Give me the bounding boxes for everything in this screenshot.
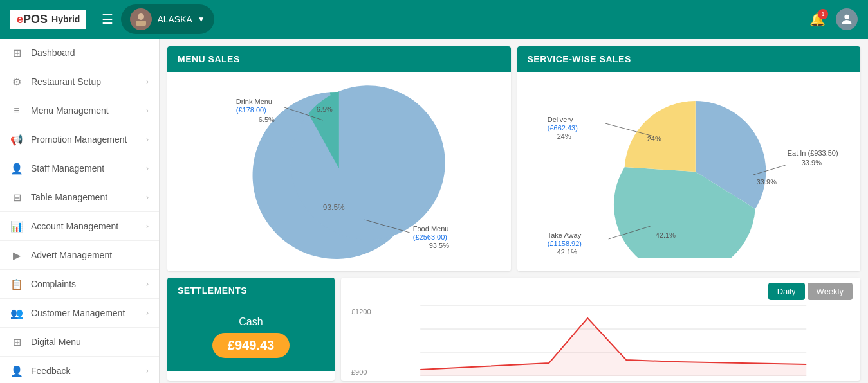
promotion-management-icon: 📢 — [10, 133, 23, 146]
feedback-icon: 👤 — [10, 364, 23, 377]
chart-controls: Daily Weekly — [341, 278, 860, 305]
line-chart-svg — [376, 305, 850, 376]
sidebar-item-dashboard[interactable]: ⊞ Dashboard — [0, 39, 159, 67]
sidebar-label-complaints: Complaints — [31, 279, 76, 289]
sidebar-item-restaurant-setup[interactable]: ⚙ Restaurant Setup › — [0, 67, 159, 96]
cash-label: Cash — [239, 316, 263, 328]
svg-rect-1 — [136, 21, 146, 26]
chevron-right-icon: › — [146, 366, 149, 375]
svg-text:6.5%: 6.5% — [259, 116, 275, 123]
cash-amount: £949.43 — [212, 333, 290, 358]
sidebar-label-menu-management: Menu Management — [31, 105, 109, 116]
svg-text:33.9%: 33.9% — [756, 178, 776, 186]
svg-text:(£2563.00): (£2563.00) — [413, 233, 447, 241]
daily-button[interactable]: Daily — [768, 283, 805, 300]
settlements-row: SETTLEMENTS Cash £949.43 Daily Weekly £1… — [167, 278, 860, 381]
sidebar-label-customer-management: Customer Management — [31, 308, 125, 318]
sidebar-item-table-management[interactable]: ⊟ Table Management › — [0, 183, 159, 212]
restaurant-setup-icon: ⚙ — [10, 75, 23, 88]
svg-text:Delivery: Delivery — [547, 116, 573, 123]
chevron-right-icon: › — [146, 135, 149, 144]
restaurant-name: ALASKA — [157, 14, 192, 24]
table-management-icon: ⊟ — [10, 191, 23, 204]
weekly-button[interactable]: Weekly — [808, 283, 853, 300]
menu-sales-header: MENU SALES — [167, 46, 511, 72]
svg-text:Eat In (£933.50): Eat In (£933.50) — [787, 149, 838, 157]
charts-row: MENU SALES — [167, 46, 860, 271]
sidebar-label-digital-menu: Digital Menu — [31, 337, 81, 347]
sidebar-item-promotion-management[interactable]: 📢 Promotion Management › — [0, 125, 159, 154]
settlements-card: SETTLEMENTS Cash £949.43 — [167, 278, 335, 381]
menu-sales-card: MENU SALES — [167, 46, 511, 271]
svg-text:33.9%: 33.9% — [801, 159, 821, 166]
sidebar-item-complaints[interactable]: 📋 Complaints › — [0, 270, 159, 299]
sidebar-item-staff-management[interactable]: 👤 Staff Management › — [0, 154, 159, 183]
sidebar-item-customer-management[interactable]: 👥 Customer Management › — [0, 299, 159, 328]
chevron-right-icon: › — [146, 77, 149, 86]
chevron-down-icon: ▼ — [198, 15, 205, 24]
svg-marker-31 — [420, 318, 806, 376]
cash-section: Cash £949.43 — [167, 303, 335, 371]
chevron-right-icon: › — [146, 164, 149, 173]
sidebar-item-digital-menu[interactable]: ⊞ Digital Menu — [0, 328, 159, 357]
notification-icon[interactable]: 🔔 1 — [809, 12, 826, 27]
chevron-right-icon: › — [146, 308, 149, 317]
svg-text:93.5%: 93.5% — [323, 203, 345, 212]
sidebar-label-promotion-management: Promotion Management — [31, 134, 127, 145]
header-right: 🔔 1 — [809, 8, 858, 30]
chevron-right-icon: › — [146, 222, 149, 231]
service-sales-pie: Delivery (£662.43) 24% 24% Eat In (£933.… — [517, 72, 861, 258]
restaurant-avatar — [130, 8, 152, 30]
svg-text:42.1%: 42.1% — [557, 248, 577, 256]
notification-badge: 1 — [818, 9, 828, 19]
sidebar-label-feedback: Feedback — [31, 366, 70, 376]
svg-point-2 — [844, 15, 849, 19]
svg-text:93.5%: 93.5% — [429, 242, 449, 249]
logo-epos: ePOS — [17, 13, 48, 26]
sidebar: ⊞ Dashboard ⚙ Restaurant Setup › ≡ Menu … — [0, 39, 160, 383]
line-chart-card: Daily Weekly £1200 £900 — [341, 278, 860, 381]
restaurant-selector[interactable]: ALASKA ▼ — [121, 4, 214, 34]
staff-management-icon: 👤 — [10, 162, 23, 175]
sidebar-label-dashboard: Dashboard — [31, 48, 75, 58]
customer-management-icon: 👥 — [10, 307, 23, 319]
sidebar-item-menu-management[interactable]: ≡ Menu Management › — [0, 96, 159, 125]
settlements-header: SETTLEMENTS — [167, 278, 335, 303]
svg-text:(£178.00): (£178.00) — [236, 106, 266, 114]
user-avatar[interactable] — [836, 8, 858, 30]
logo-hybrid: Hybrid — [51, 14, 80, 24]
svg-text:6.5%: 6.5% — [317, 105, 333, 113]
advert-management-icon: ▶ — [10, 249, 23, 262]
svg-point-0 — [138, 13, 144, 20]
menu-sales-body: Drink Menu (£178.00) 6.5% 6.5% Food Menu… — [167, 72, 511, 271]
header-left: ePOS Hybrid ☰ ALASKA ▼ — [10, 4, 214, 34]
sidebar-item-feedback[interactable]: 👤 Feedback › — [0, 357, 159, 383]
svg-text:(£1158.92): (£1158.92) — [547, 240, 581, 247]
menu-sales-pie: Drink Menu (£178.00) 6.5% 6.5% Food Menu… — [167, 72, 511, 258]
svg-text:(£662.43): (£662.43) — [547, 124, 577, 132]
header: ePOS Hybrid ☰ ALASKA ▼ 🔔 1 — [0, 0, 868, 39]
sidebar-label-restaurant-setup: Restaurant Setup — [31, 76, 101, 87]
account-management-icon: 📊 — [10, 220, 23, 233]
svg-text:Drink Menu: Drink Menu — [236, 98, 272, 105]
y-axis-label-900: £900 — [351, 368, 371, 376]
sidebar-label-staff-management: Staff Management — [31, 163, 104, 174]
content-area: MENU SALES — [160, 39, 868, 383]
svg-text:24%: 24% — [557, 132, 571, 140]
sidebar-label-table-management: Table Management — [31, 192, 107, 202]
svg-text:Food Menu: Food Menu — [413, 225, 449, 233]
chevron-right-icon: › — [146, 193, 149, 202]
service-sales-body: Delivery (£662.43) 24% 24% Eat In (£933.… — [517, 72, 861, 271]
sidebar-item-advert-management[interactable]: ▶ Advert Management — [0, 241, 159, 270]
logo-area: ePOS Hybrid — [10, 10, 86, 29]
chevron-right-icon: › — [146, 280, 149, 289]
complaints-icon: 📋 — [10, 278, 23, 290]
service-sales-header: SERVICE-WISE SALES — [517, 46, 861, 72]
sidebar-item-account-management[interactable]: 📊 Account Management › — [0, 212, 159, 241]
svg-text:24%: 24% — [647, 135, 661, 143]
sidebar-label-account-management: Account Management — [31, 221, 118, 231]
menu-management-icon: ≡ — [10, 104, 23, 117]
menu-icon[interactable]: ☰ — [102, 12, 113, 27]
chevron-right-icon: › — [146, 106, 149, 115]
sidebar-label-advert-management: Advert Management — [31, 250, 112, 260]
